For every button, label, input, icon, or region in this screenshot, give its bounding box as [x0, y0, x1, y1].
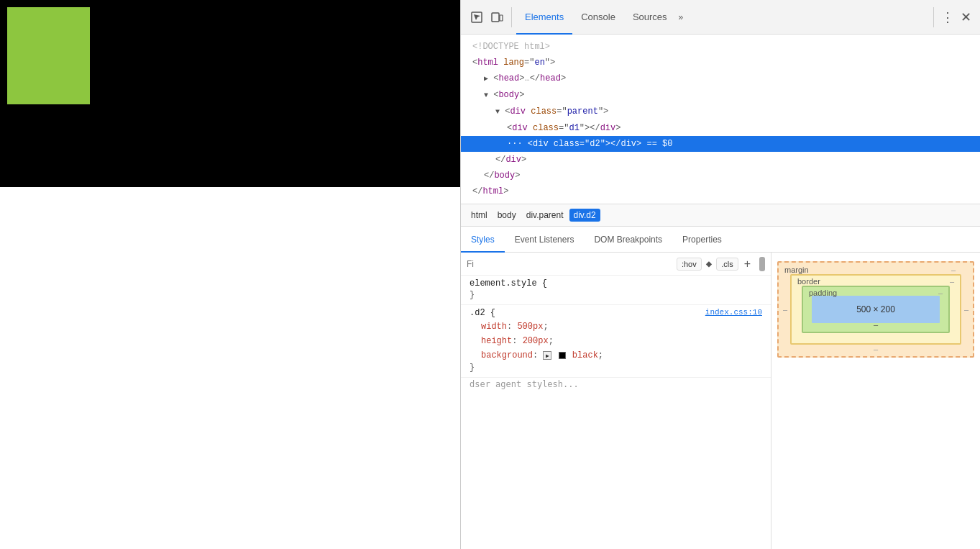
box-model-diagram: margin – border – padding – 500 × 200 – [777, 261, 974, 358]
tree-line-div-d2[interactable]: ··· <div class="d2"></div> == $0 [461, 136, 980, 152]
user-agent-stylesheet-label: dser agent stylesh... [461, 378, 771, 391]
styles-filter-input[interactable] [467, 259, 672, 269]
color-format-icon[interactable]: ◆ [706, 258, 712, 270]
style-prop-background: background: ▶ black; [470, 348, 762, 363]
border-box: border – padding – 500 × 200 – [790, 274, 961, 345]
scroll-indicator [759, 257, 765, 271]
background-arrow-icon[interactable]: ▶ [543, 351, 551, 360]
tab-properties[interactable]: Properties [672, 227, 732, 253]
styles-tabs-bar: Styles Event Listeners DOM Breakpoints P… [461, 227, 980, 253]
preview-canvas [0, 0, 460, 187]
black-color-swatch[interactable] [559, 352, 566, 359]
tab-elements[interactable]: Elements [516, 0, 572, 35]
add-style-button[interactable]: + [743, 258, 752, 271]
style-rule-d2-selector: .d2 { index.css:10 [470, 308, 762, 318]
inspect-element-button[interactable] [467, 7, 487, 27]
tab-console[interactable]: Console [572, 0, 624, 35]
toolbar-separator-2 [933, 7, 934, 27]
tree-line-body-open[interactable]: ▼ <body> [461, 87, 980, 104]
tree-line-div-parent-close[interactable]: </div> [461, 152, 980, 168]
margin-right-value: – [964, 305, 968, 314]
style-prop-height: height: 200px; [470, 334, 762, 348]
breadcrumb-div-parent[interactable]: div.parent [522, 209, 568, 222]
source-link[interactable]: index.css:10 [705, 308, 762, 317]
elements-tree: <!DOCTYPE html> <html lang="en"> ▶ <head… [461, 35, 980, 204]
tab-dom-breakpoints[interactable]: DOM Breakpoints [584, 227, 672, 253]
device-toggle-button[interactable] [487, 7, 507, 27]
styles-filter-toolbar: :hov ◆ .cls + [461, 253, 771, 276]
styles-css-rules: :hov ◆ .cls + element.style { } [461, 253, 771, 549]
tab-styles[interactable]: Styles [461, 227, 505, 253]
content-box: 500 × 200 [812, 296, 940, 323]
styles-panel: :hov ◆ .cls + element.style { } [461, 253, 980, 549]
tree-line-div-d1[interactable]: <div class="d1"></div> [461, 120, 980, 136]
devtools-toolbar: Elements Console Sources » ⋮ ✕ [461, 0, 980, 35]
devtools-close-button[interactable]: ✕ [958, 9, 974, 25]
tab-sources[interactable]: Sources [624, 0, 676, 35]
tree-line-doctype[interactable]: <!DOCTYPE html> [461, 39, 980, 55]
tree-line-head[interactable]: ▶ <head>…</head> [461, 71, 980, 87]
padding-bottom-value: – [874, 320, 878, 329]
svg-rect-2 [500, 15, 503, 21]
tree-line-div-parent[interactable]: ▼ <div class="parent"> [461, 104, 980, 120]
tree-line-html[interactable]: <html lang="en"> [461, 55, 980, 71]
more-tabs-button[interactable]: » [676, 12, 687, 22]
devtools-kebab-menu[interactable]: ⋮ [938, 9, 958, 25]
style-rule-element: element.style { } [461, 276, 771, 305]
tree-line-body-close[interactable]: </body> [461, 168, 980, 183]
style-prop-width: width: 500px; [470, 319, 762, 334]
padding-label: padding [809, 289, 837, 297]
border-value: – [950, 277, 954, 286]
tab-event-listeners[interactable]: Event Listeners [505, 227, 585, 253]
padding-box: padding – 500 × 200 – [802, 286, 950, 333]
webpage-preview [0, 0, 460, 549]
breadcrumb-div-d2[interactable]: div.d2 [569, 209, 600, 222]
cls-button[interactable]: .cls [716, 258, 738, 271]
style-rule-selector: element.style { [470, 278, 762, 289]
svg-rect-1 [492, 13, 499, 22]
green-square [7, 7, 90, 104]
box-model-panel: margin – border – padding – 500 × 200 – [771, 253, 980, 549]
margin-label: margin [784, 266, 809, 274]
breadcrumb-bar: html body div.parent div.d2 [461, 204, 980, 227]
hov-button[interactable]: :hov [677, 258, 702, 271]
border-label: border [797, 277, 820, 286]
margin-value: – [951, 266, 956, 274]
toolbar-separator [511, 7, 512, 27]
tree-line-html-close[interactable]: </html> [461, 183, 980, 199]
devtools-panel: Elements Console Sources » ⋮ ✕ <!DOCTYPE… [460, 0, 980, 549]
margin-left-value: – [783, 305, 787, 314]
margin-bottom-value: – [874, 345, 878, 353]
style-rule-d2: .d2 { index.css:10 width: 500px; height:… [461, 305, 771, 378]
breadcrumb-body[interactable]: body [493, 209, 521, 222]
breadcrumb-html[interactable]: html [467, 209, 492, 222]
content-size-label: 500 × 200 [856, 304, 895, 314]
padding-value: – [938, 289, 943, 297]
